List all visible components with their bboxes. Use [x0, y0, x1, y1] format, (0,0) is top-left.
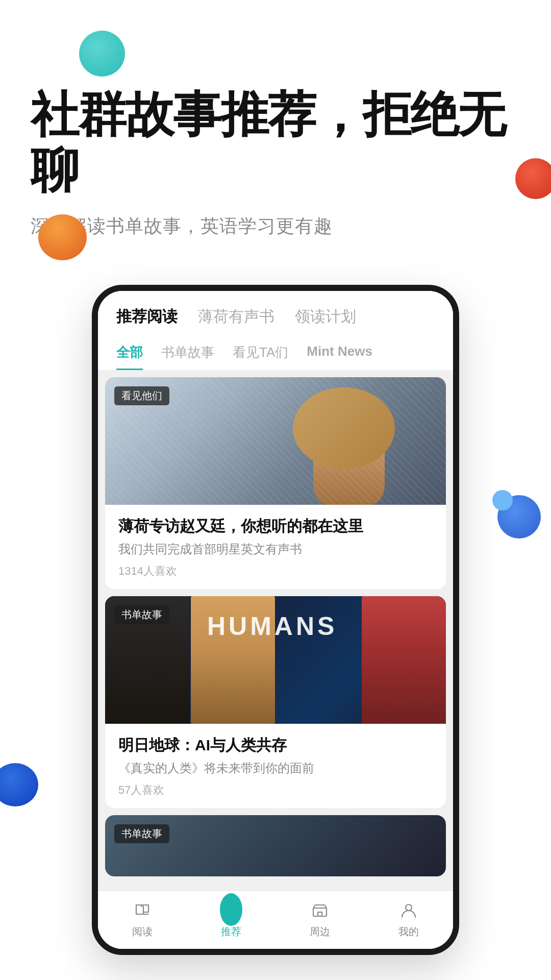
phone-header: 推荐阅读 薄荷有声书 领读计划 — [98, 291, 453, 334]
humans-title-text: HUMANS — [207, 611, 337, 641]
sub-tab-booklist[interactable]: 书单故事 — [161, 344, 214, 370]
store-icon — [309, 899, 331, 922]
nav-item-recommend[interactable]: 推荐 — [187, 891, 276, 949]
card-2-likes: 57人喜欢 — [118, 782, 433, 798]
sub-tabs: 全部 书单故事 看见TA们 Mint News — [98, 334, 453, 370]
phone-mockup: 推荐阅读 薄荷有声书 领读计划 全部 书单故事 看见TA们 Mint News — [92, 285, 459, 955]
search-circle — [220, 893, 242, 926]
card-2-title: 明日地球：AI与人类共存 — [118, 735, 433, 755]
sub-tab-mint-news[interactable]: Mint News — [307, 344, 372, 370]
bottom-nav: 阅读 推荐 — [98, 891, 453, 949]
decoration-blob-blue-right — [497, 495, 541, 538]
card-1-badge: 看见他们 — [114, 386, 169, 405]
main-tabs: 推荐阅读 薄荷有声书 领读计划 — [116, 306, 435, 334]
nav-label-store: 周边 — [310, 925, 330, 939]
book-icon — [131, 899, 154, 922]
hero-title: 社群故事推荐，拒绝无聊 — [31, 87, 520, 199]
nav-item-read[interactable]: 阅读 — [98, 891, 187, 949]
card-3-badge: 书单故事 — [114, 824, 169, 843]
content-scroll: 看见他们 薄荷专访赵又廷，你想听的都在这里 我们共同完成首部明星英文有声书 13… — [98, 370, 453, 891]
sub-tab-see-them[interactable]: 看见TA们 — [233, 344, 288, 370]
card-2-body: 明日地球：AI与人类共存 《真实的人类》将未来带到你的面前 57人喜欢 — [105, 724, 446, 808]
hero-subtitle: 深度解读书单故事，英语学习更有趣 — [31, 214, 520, 239]
decoration-blob-red — [515, 158, 551, 199]
card-2-image: HUMANS 书单故事 — [105, 596, 446, 724]
card-2[interactable]: HUMANS 书单故事 明日地球：AI与人类共存 《真实的人类》将未来带到你的面… — [105, 596, 446, 808]
card-2-desc: 《真实的人类》将未来带到你的面前 — [118, 760, 433, 776]
phone-content: 推荐阅读 薄荷有声书 领读计划 全部 书单故事 看见TA们 Mint News — [98, 291, 453, 949]
card-1-likes: 1314人喜欢 — [118, 564, 433, 579]
decoration-blob-orange — [38, 214, 87, 260]
card-1-body: 薄荷专访赵又廷，你想听的都在这里 我们共同完成首部明星英文有声书 1314人喜欢 — [105, 505, 446, 589]
search-icon-nav — [220, 899, 242, 922]
card-3[interactable]: 书单故事 — [105, 815, 446, 876]
human-figure-4 — [362, 596, 446, 724]
card-1-title: 薄荷专访赵又廷，你想听的都在这里 — [118, 516, 433, 536]
nav-label-mine: 我的 — [398, 925, 419, 939]
nav-item-store[interactable]: 周边 — [276, 891, 364, 949]
main-tab-audiobook[interactable]: 薄荷有声书 — [198, 306, 274, 334]
phone-mockup-wrapper: 推荐阅读 薄荷有声书 领读计划 全部 书单故事 看见TA们 Mint News — [0, 285, 551, 955]
decoration-blob-teal — [79, 31, 125, 77]
card-1[interactable]: 看见他们 薄荷专访赵又廷，你想听的都在这里 我们共同完成首部明星英文有声书 13… — [105, 377, 446, 589]
card-1-image: 看见他们 — [105, 377, 446, 505]
user-icon — [397, 899, 420, 922]
hero-section: 社群故事推荐，拒绝无聊 深度解读书单故事，英语学习更有趣 — [0, 0, 551, 254]
main-tab-recommend[interactable]: 推荐阅读 — [116, 306, 178, 334]
main-tab-reading-plan[interactable]: 领读计划 — [295, 306, 356, 334]
card-3-image: 书单故事 — [105, 815, 446, 876]
card-1-desc: 我们共同完成首部明星英文有声书 — [118, 541, 433, 557]
nav-label-recommend: 推荐 — [221, 925, 241, 939]
nav-label-read: 阅读 — [132, 925, 153, 939]
card-2-badge: 书单故事 — [114, 605, 169, 624]
sub-tab-all[interactable]: 全部 — [116, 344, 143, 370]
svg-point-2 — [406, 904, 412, 911]
nav-item-mine[interactable]: 我的 — [364, 891, 453, 949]
